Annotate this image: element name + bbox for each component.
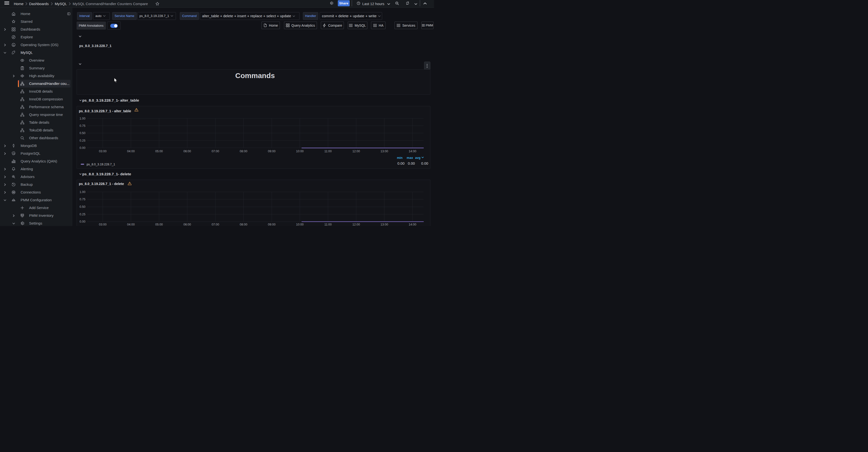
svg-text:04:00: 04:00 [127,150,134,153]
svg-text:03:00: 03:00 [99,150,106,153]
svg-text:max: max [407,156,413,160]
svg-text:0.50: 0.50 [80,205,85,208]
svg-text:0.75: 0.75 [80,198,85,201]
svg-text:07:00: 07:00 [212,223,219,226]
svg-text:13:00: 13:00 [380,150,388,153]
svg-text:05:00: 05:00 [155,150,163,153]
svg-text:0.25: 0.25 [80,139,85,142]
svg-text:08:00: 08:00 [240,223,247,226]
svg-text:09:00: 09:00 [268,223,275,226]
svg-text:06:00: 06:00 [183,150,191,153]
svg-text:09:00: 09:00 [268,150,275,153]
svg-text:13:00: 13:00 [380,223,388,226]
svg-text:12:00: 12:00 [352,223,360,226]
svg-text:10:00: 10:00 [296,150,303,153]
svg-text:avg: avg [415,156,420,160]
svg-text:0.50: 0.50 [80,132,85,135]
svg-text:min: min [397,156,402,160]
svg-text:08:00: 08:00 [240,150,247,153]
svg-text:0.00: 0.00 [408,161,414,165]
svg-text:05:00: 05:00 [155,223,163,226]
svg-text:0.75: 0.75 [80,124,85,128]
svg-text:10:00: 10:00 [296,223,303,226]
svg-text:0.25: 0.25 [80,213,85,216]
svg-text:11:00: 11:00 [324,150,332,153]
svg-text:03:00: 03:00 [99,223,106,226]
svg-text:12:00: 12:00 [352,150,360,153]
svg-text:14:00: 14:00 [408,223,416,226]
svg-text:04:00: 04:00 [127,223,134,226]
svg-text:14:00: 14:00 [408,150,416,153]
svg-text:0.00: 0.00 [80,146,85,150]
svg-text:1.00: 1.00 [80,117,85,120]
svg-text:07:00: 07:00 [212,150,219,153]
svg-text:11:00: 11:00 [324,223,332,226]
svg-text:1.00: 1.00 [80,190,85,194]
svg-text:ps_8.0_3.19.228.7_1: ps_8.0_3.19.228.7_1 [87,163,115,166]
svg-text:0.00: 0.00 [397,161,404,165]
svg-text:06:00: 06:00 [183,223,191,226]
svg-text:0.00: 0.00 [80,220,85,223]
svg-text:0.00: 0.00 [421,161,428,165]
